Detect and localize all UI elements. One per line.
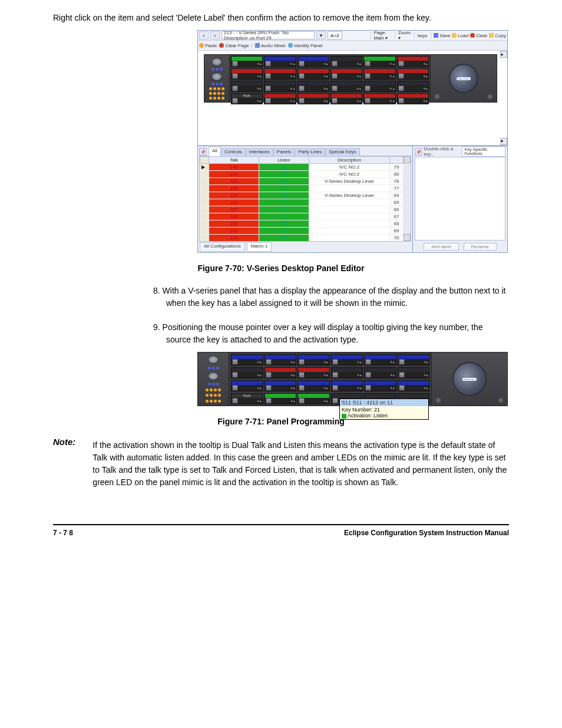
panel-key[interactable]: ▾ ▴	[297, 354, 330, 365]
panel-key[interactable]: ▾ ▴	[231, 380, 263, 391]
audio-mixer-button[interactable]: Audio Mixer	[255, 43, 286, 48]
row-selector[interactable]	[200, 228, 209, 235]
panel-key[interactable]: ▾ ▴	[264, 56, 296, 67]
tab-all-configurations[interactable]: All Configurations	[200, 242, 245, 252]
table-row[interactable]: ▶140140IVC NO.279	[200, 164, 404, 171]
panel-key[interactable]: ▾ ▴	[330, 56, 362, 67]
panel-key[interactable]: ▾ ▴	[331, 354, 363, 365]
panel-key[interactable]: ▾ ▴	[331, 380, 363, 391]
tab-party-lines[interactable]: Party Lines	[295, 148, 325, 157]
row-selector[interactable]	[200, 199, 209, 206]
talk-cell[interactable]: 184	[209, 185, 259, 192]
tab-panels[interactable]: Panels	[273, 148, 295, 157]
scroll-down-icon[interactable]	[404, 234, 411, 241]
tab-matrix-1[interactable]: Matrix 1	[247, 242, 272, 252]
listen-cell[interactable]: 189	[259, 220, 309, 228]
tab-controls[interactable]: Controls	[221, 148, 246, 157]
scroll-up-button[interactable]: ▴	[500, 51, 507, 58]
listen-cell[interactable]: 188	[259, 213, 309, 220]
listen-cell[interactable]: 140	[259, 164, 309, 171]
panel-reply-key[interactable]: Reply▾ ▴	[231, 93, 263, 104]
tab-special-keys[interactable]: Special Keys	[325, 148, 359, 157]
row-selector[interactable]	[200, 185, 209, 192]
save-button[interactable]: Save	[434, 33, 450, 38]
panel-key[interactable]: ▾ ▴	[231, 354, 263, 365]
panel-key[interactable]: ▾ ▴	[231, 81, 263, 92]
table-row[interactable]: 18418477	[200, 185, 404, 192]
panel-key[interactable]: ▾ ▴	[331, 367, 363, 378]
row-selector[interactable]: ▶	[200, 164, 209, 171]
row-selector[interactable]	[200, 171, 209, 178]
talk-cell[interactable]: 190	[209, 228, 259, 235]
pin-icon[interactable]: 📌	[199, 148, 207, 156]
panel-key[interactable]: ▾ ▴	[265, 393, 297, 404]
tab-key-specific-functions[interactable]: Key-Specific Functions	[462, 146, 505, 157]
talk-cell[interactable]: 191	[209, 235, 259, 242]
address-dropdown-icon[interactable]: ▼	[316, 31, 326, 39]
listen-cell[interactable]: 190	[259, 228, 309, 235]
panel-key[interactable]: ▾ ▴	[265, 367, 297, 378]
talk-cell[interactable]: 141	[209, 171, 259, 178]
clear-page-button[interactable]: Clear Page	[219, 43, 249, 48]
row-selector[interactable]	[200, 220, 209, 228]
address-field[interactable]: 213 - : V-Series 2RU Push: 'No Descripti…	[222, 31, 315, 39]
panel-key[interactable]: ▾ ▴	[364, 367, 396, 378]
panel-key[interactable]: ▾ ▴	[363, 81, 395, 92]
listen-cell[interactable]: 185	[259, 192, 309, 199]
volume-knob[interactable]	[487, 94, 493, 100]
panel-key[interactable]: ▾ ▴	[397, 56, 429, 67]
panel-key[interactable]: ▾ ▴	[398, 367, 430, 378]
panel-reply-key[interactable]: Reply▾ ▴	[231, 393, 263, 404]
panel-key[interactable]: ▾ ▴	[297, 81, 329, 92]
panel-key[interactable]: ▾ ▴	[297, 93, 329, 104]
tab-interfaces[interactable]: Interfaces	[246, 148, 273, 157]
nav-next-button[interactable]: >	[210, 31, 220, 39]
panel-key[interactable]: ▾ ▴	[363, 93, 395, 104]
volume-knob[interactable]	[434, 94, 440, 100]
panel-key[interactable]: ▾ ▴	[398, 380, 430, 391]
panel-key[interactable]: ▾ ▴	[364, 380, 396, 391]
panel-key[interactable]: ▾ ▴	[231, 367, 263, 378]
scroll-down-button[interactable]: ▾	[500, 138, 507, 145]
talk-cell[interactable]: 183	[209, 178, 259, 185]
panel-key[interactable]: ▾ ▴	[363, 56, 395, 67]
row-selector[interactable]	[200, 192, 209, 199]
table-row[interactable]: 19019069	[200, 228, 404, 235]
panel-key[interactable]: ▾ ▴	[397, 81, 429, 92]
paste-button[interactable]: Paste	[199, 43, 217, 48]
panel-key[interactable]: ▾ ▴	[231, 56, 263, 67]
panel-key[interactable]: ▾ ▴	[265, 380, 297, 391]
panel-key[interactable]: ▾ ▴	[330, 81, 362, 92]
rename-button[interactable]: Rename	[464, 243, 497, 251]
zoom-dropdown[interactable]: Zoom: ▾	[398, 30, 412, 41]
page-dropdown[interactable]: Page: Main ▾	[374, 30, 392, 41]
sort-combo[interactable]: A>Z	[328, 31, 342, 39]
table-row[interactable]: 18618665	[200, 199, 404, 206]
listen-cell[interactable]: 141	[259, 171, 309, 178]
panel-key[interactable]: ▾ ▴	[297, 56, 329, 67]
panel-key[interactable]: ▾ ▴	[297, 68, 329, 80]
identify-panel-button[interactable]: Identify Panel	[288, 43, 322, 48]
row-selector[interactable]	[200, 213, 209, 220]
talk-cell[interactable]: 185	[209, 192, 259, 199]
panel-key[interactable]: ▾ ▴	[398, 354, 430, 365]
listen-cell[interactable]: 184	[259, 185, 309, 192]
tab-all[interactable]: All	[209, 147, 221, 156]
grid-scrollbar[interactable]	[404, 156, 411, 241]
panel-key[interactable]: ▾ ▴	[364, 354, 396, 365]
row-selector[interactable]	[200, 206, 209, 213]
panel-key-hovered[interactable]: ▾ ▴	[297, 393, 330, 404]
listen-cell[interactable]: 187	[259, 206, 309, 213]
listen-cell[interactable]: 186	[259, 199, 309, 206]
table-row[interactable]: 183183V-Series Desktop Lever78	[200, 178, 404, 185]
panel-key[interactable]: ▾ ▴	[231, 68, 263, 80]
panel-key[interactable]: ▾ ▴	[264, 68, 296, 80]
row-selector[interactable]	[200, 178, 209, 185]
table-row[interactable]: 19119170	[200, 235, 404, 242]
talk-cell[interactable]: 187	[209, 206, 259, 213]
table-row[interactable]: 18818867	[200, 213, 404, 220]
copy-button[interactable]: Copy	[489, 33, 506, 38]
panel-key[interactable]: ▾ ▴	[330, 93, 362, 104]
add-label-button[interactable]: Add label	[424, 243, 458, 251]
volume-knob[interactable]	[435, 397, 441, 403]
